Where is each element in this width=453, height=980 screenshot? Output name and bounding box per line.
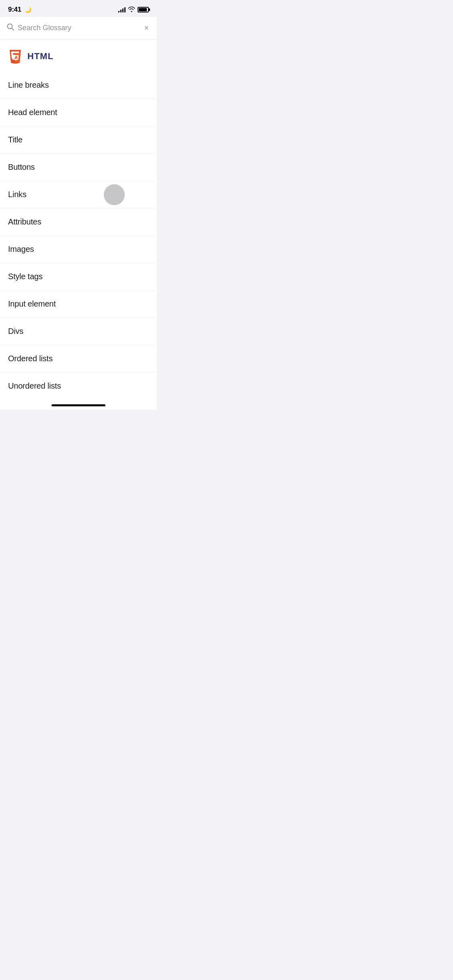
list-item[interactable]: Ordered lists bbox=[0, 345, 157, 373]
home-indicator-area bbox=[0, 399, 157, 410]
status-time: 9:41 bbox=[8, 6, 21, 13]
list-item[interactable]: Style tags bbox=[0, 263, 157, 290]
list-item-links[interactable]: Links bbox=[0, 181, 157, 208]
search-input[interactable] bbox=[18, 24, 138, 32]
section-title: HTML bbox=[27, 51, 54, 62]
list-item[interactable]: Input element bbox=[0, 290, 157, 318]
list-item[interactable]: Buttons bbox=[0, 154, 157, 181]
status-icons bbox=[118, 6, 149, 13]
list-item[interactable]: Images bbox=[0, 236, 157, 263]
search-icon bbox=[6, 23, 14, 33]
list-item[interactable]: Attributes bbox=[0, 208, 157, 236]
section-header: HTML bbox=[0, 39, 157, 72]
html-shield-icon bbox=[8, 49, 23, 64]
search-input-wrapper[interactable] bbox=[6, 23, 138, 33]
status-time-area: 9:41 🌙 bbox=[8, 6, 31, 14]
clear-button[interactable]: × bbox=[142, 22, 150, 34]
home-indicator-bar bbox=[51, 404, 105, 406]
battery-icon bbox=[138, 7, 149, 12]
search-bar[interactable]: × bbox=[0, 17, 157, 39]
wifi-icon bbox=[128, 6, 135, 13]
glossary-list: Line breaks Head element Title Buttons L… bbox=[0, 72, 157, 399]
status-bar: 9:41 🌙 bbox=[0, 0, 157, 17]
list-item[interactable]: Line breaks bbox=[0, 72, 157, 99]
list-item[interactable]: Divs bbox=[0, 318, 157, 345]
list-item[interactable]: Unordered lists bbox=[0, 373, 157, 399]
content-area: HTML Line breaks Head element Title Butt… bbox=[0, 39, 157, 399]
list-item[interactable]: Head element bbox=[0, 99, 157, 126]
signal-icon bbox=[118, 7, 126, 12]
touch-ripple-indicator bbox=[104, 184, 125, 205]
moon-icon: 🌙 bbox=[25, 6, 31, 13]
list-item[interactable]: Title bbox=[0, 126, 157, 154]
